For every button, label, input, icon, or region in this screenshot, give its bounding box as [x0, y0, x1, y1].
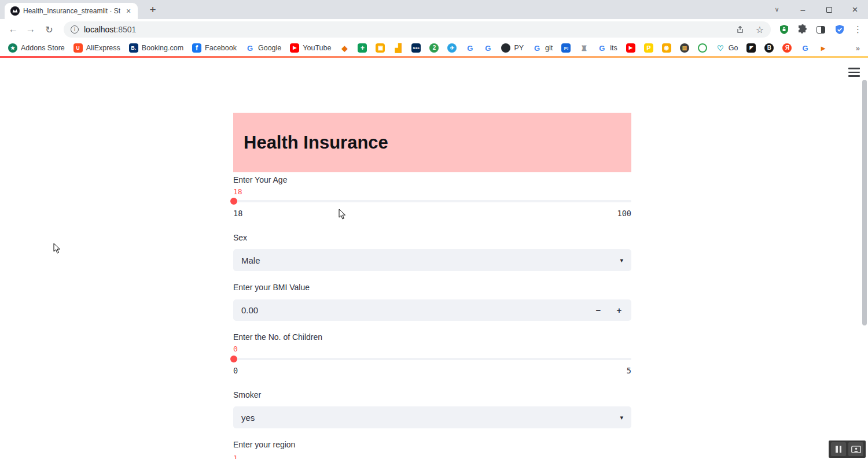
youtube-icon: ▶: [290, 43, 299, 53]
google-3-icon: G: [483, 43, 492, 53]
new-tab-button[interactable]: +: [145, 2, 161, 18]
children-max-label: 5: [627, 366, 631, 375]
region-slider-label: Enter your region: [233, 440, 631, 449]
bookmark-p-yellow[interactable]: P: [644, 43, 653, 53]
bookmark-addons-store[interactable]: ★ Addons Store: [8, 43, 65, 53]
p-yellow-icon: P: [644, 43, 653, 53]
age-slider-track[interactable]: [233, 200, 631, 202]
bookmark-google-2[interactable]: G: [465, 43, 475, 53]
chevron-down-icon: ▾: [620, 257, 623, 264]
bookmark-facebook[interactable]: f Facebook: [192, 43, 237, 53]
bookmark-google[interactable]: G Google: [245, 43, 281, 53]
bookmark-robot-gray[interactable]: ♜: [579, 43, 589, 53]
bookmark-bird-dark[interactable]: ◤: [746, 43, 756, 53]
bookmark-github[interactable]: PY: [501, 43, 524, 53]
tab-search-icon[interactable]: ∨: [764, 0, 790, 19]
sex-select-value: Male: [241, 256, 260, 265]
bmi-increment-button[interactable]: +: [615, 305, 623, 315]
webcam-toggle-button[interactable]: [848, 442, 863, 456]
google-its-label: its: [610, 44, 617, 52]
browser-menu-icon[interactable]: ⋮: [852, 24, 863, 35]
facebook-label: Facebook: [205, 44, 237, 52]
children-slider-track[interactable]: [233, 358, 631, 360]
addons-store-label: Addons Store: [21, 44, 65, 52]
bookmark-cart-dark[interactable]: ▤: [680, 43, 689, 53]
streamlit-menu-icon[interactable]: [848, 68, 860, 77]
go-teal-icon: ♡: [716, 43, 725, 53]
bookmark-b-dark[interactable]: B: [764, 43, 774, 53]
smoker-select-label: Smoker: [233, 390, 631, 399]
page-info-icon[interactable]: i: [71, 25, 79, 34]
children-slider-thumb[interactable]: [230, 356, 237, 362]
bookmark-diamond[interactable]: ◆: [340, 43, 349, 53]
recorder-overlay: [829, 441, 866, 458]
github-label: PY: [514, 44, 524, 52]
bmi-input-value[interactable]: 0.00: [241, 305, 258, 315]
share-icon[interactable]: [735, 24, 745, 35]
tab-close-icon[interactable]: ×: [124, 6, 133, 16]
age-slider-ticks: 18 100: [233, 209, 631, 218]
age-min-label: 18: [233, 209, 242, 218]
sex-select[interactable]: Male ▾: [233, 249, 631, 271]
telegram-icon: ✈: [447, 43, 457, 53]
address-bar[interactable]: i localhost:8501 ☆: [64, 21, 771, 38]
bookmark-green-2[interactable]: 2: [429, 43, 439, 53]
age-slider-thumb[interactable]: [230, 198, 237, 205]
bookmark-m-blue[interactable]: [ll]: [561, 43, 571, 53]
adblock-shield-icon[interactable]: [778, 24, 789, 35]
side-panel-icon[interactable]: [815, 24, 826, 35]
bookmark-orange-badge[interactable]: ▣: [376, 43, 385, 53]
bookmark-google-git[interactable]: G git: [532, 43, 553, 53]
bookmark-sheets[interactable]: +: [358, 43, 367, 53]
bookmark-ieee[interactable]: IEEE: [411, 43, 421, 53]
bookmark-youtube[interactable]: ▶ YouTube: [290, 43, 331, 53]
google-label: Google: [258, 44, 281, 52]
smoker-select[interactable]: yes ▾: [233, 406, 631, 428]
robot-gray-icon: ♜: [579, 43, 589, 53]
bmi-decrement-button[interactable]: −: [594, 305, 602, 315]
bookmark-yandex[interactable]: Я: [782, 43, 792, 53]
google-git-icon: G: [532, 43, 542, 53]
mouse-cursor: [339, 209, 346, 220]
forward-button[interactable]: →: [22, 19, 39, 40]
bookmark-google-its[interactable]: G its: [597, 43, 617, 53]
google-4-icon: G: [800, 43, 810, 53]
bookmark-go-teal[interactable]: ♡ Go: [716, 43, 738, 53]
bookmark-aliexpress[interactable]: ∪ AliExpress: [73, 43, 120, 53]
extensions-puzzle-icon[interactable]: [797, 24, 808, 35]
close-window-button[interactable]: ×: [842, 0, 868, 19]
bookmark-telegram[interactable]: ✈: [447, 43, 457, 53]
addons-store-icon: ★: [8, 43, 17, 53]
bookmark-star-icon[interactable]: ☆: [755, 24, 765, 35]
bmi-number-input[interactable]: 0.00 − +: [233, 299, 631, 321]
mouse-cursor-secondary: [53, 243, 61, 254]
bookmark-google-4[interactable]: G: [800, 43, 810, 53]
bookmarks-overflow-icon[interactable]: »: [856, 40, 860, 56]
children-slider-label: Enter the No. of Children: [233, 332, 631, 342]
bookmark-google-3[interactable]: G: [483, 43, 492, 53]
maximize-button[interactable]: [816, 0, 842, 19]
browser-tab[interactable]: Health_Insurance_streamlit · Strea ×: [5, 3, 138, 19]
side-panel-glyph: [816, 26, 825, 34]
go-teal-label: Go: [729, 44, 738, 52]
minimize-button[interactable]: –: [790, 0, 816, 19]
bookmark-arrow-orange[interactable]: ▸: [818, 43, 827, 53]
reload-button[interactable]: ↻: [41, 19, 58, 40]
back-button[interactable]: ←: [5, 19, 22, 40]
yandex-icon: Я: [782, 43, 792, 53]
cart-dark-icon: ▤: [680, 43, 689, 53]
bookmark-camera-orange[interactable]: ◉: [662, 43, 671, 53]
google-git-label: git: [545, 44, 553, 52]
tab-title: Health_Insurance_streamlit · Strea: [23, 7, 120, 15]
children-slider-value: 0: [233, 345, 631, 353]
page-scrollbar[interactable]: [862, 80, 867, 325]
bookmark-youtube-2[interactable]: ▶: [626, 43, 635, 53]
analytics-bars-icon: ▟: [393, 43, 403, 53]
bookmark-analytics-bars[interactable]: ▟: [393, 43, 403, 53]
bookmark-green-ring[interactable]: [698, 43, 707, 53]
safety-shield-icon[interactable]: [834, 24, 845, 35]
pause-recording-button[interactable]: [831, 442, 846, 456]
url-text[interactable]: localhost:8501: [84, 25, 735, 34]
bookmark-booking[interactable]: B. Booking.com: [129, 43, 183, 53]
age-slider-label: Enter Your Age: [233, 175, 631, 184]
